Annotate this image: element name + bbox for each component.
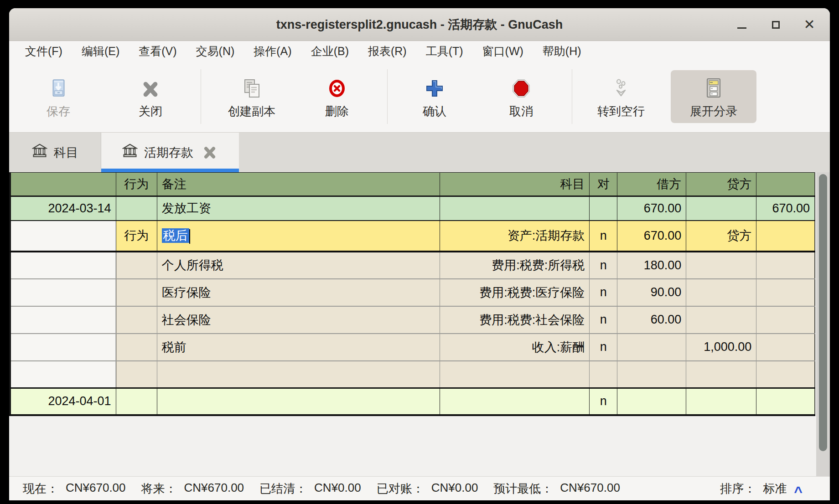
cell-account[interactable]: 资产:活期存款 <box>440 221 590 252</box>
menu-windows[interactable]: 窗口(W) <box>473 44 533 59</box>
cell-credit[interactable] <box>686 252 756 279</box>
cell-memo[interactable]: 个人所得税 <box>157 252 440 279</box>
duplicate-button[interactable]: 创建副本 <box>209 70 294 123</box>
cell-action[interactable] <box>116 196 157 221</box>
cell-account[interactable] <box>440 196 590 221</box>
cell-memo[interactable] <box>157 388 440 415</box>
cell-credit-placeholder[interactable]: 贷方 <box>686 221 756 252</box>
cell-debit[interactable]: 670.00 <box>617 221 686 252</box>
cell-account[interactable]: 收入:薪酬 <box>440 334 590 361</box>
save-button[interactable]: 保存 <box>23 70 94 123</box>
cell-date[interactable] <box>10 221 116 252</box>
cell-reconcile[interactable] <box>590 196 617 221</box>
minimize-button[interactable] <box>734 17 750 32</box>
cell-memo[interactable] <box>157 361 440 388</box>
cell-action[interactable] <box>116 306 157 334</box>
cell-account[interactable]: 费用:税费:医疗保险 <box>440 279 590 306</box>
cell-reconcile[interactable] <box>590 361 617 388</box>
menu-actions[interactable]: 操作(A) <box>244 44 301 59</box>
header-date <box>10 173 116 196</box>
menu-edit[interactable]: 编辑(E) <box>72 44 129 59</box>
cell-date[interactable] <box>10 279 116 306</box>
cell-credit[interactable] <box>686 361 756 388</box>
cell-reconcile[interactable]: n <box>590 279 617 306</box>
jump-down-icon <box>610 74 632 100</box>
tab-close-button[interactable] <box>202 144 218 161</box>
sort-caret-icon[interactable]: ^ <box>794 483 803 500</box>
register-split-icon <box>703 74 725 100</box>
cell-reconcile[interactable]: n <box>590 252 617 279</box>
menu-help[interactable]: 帮助(H) <box>533 44 591 59</box>
cell-debit[interactable] <box>617 388 686 415</box>
cell-balance <box>756 361 815 388</box>
cell-action[interactable] <box>116 279 157 306</box>
cell-memo-editing[interactable]: 税后 <box>157 221 440 252</box>
enter-button[interactable]: 确认 <box>396 70 473 123</box>
menu-tools[interactable]: 工具(T) <box>416 44 473 59</box>
menu-view[interactable]: 查看(V) <box>129 44 186 59</box>
cell-account[interactable] <box>440 361 590 388</box>
cell-debit[interactable]: 90.00 <box>617 279 686 306</box>
cell-debit[interactable] <box>617 361 686 388</box>
cell-date[interactable] <box>10 252 116 279</box>
cell-debit[interactable] <box>617 334 686 361</box>
cell-account[interactable]: 费用:税费:社会保险 <box>440 306 590 334</box>
status-label: 预计最低： <box>493 481 553 497</box>
cell-reconcile[interactable]: n <box>590 334 617 361</box>
scrollbar-thumb[interactable] <box>819 174 827 451</box>
register-area: 行为 备注 科目 对 借方 贷方 2024-03-14 发放工资 670.00 … <box>9 172 830 476</box>
cell-action-placeholder[interactable]: 行为 <box>116 221 157 252</box>
tab-register[interactable]: 活期存款 <box>101 133 239 172</box>
cell-action[interactable] <box>116 388 157 415</box>
cell-account[interactable]: 费用:税费:所得税 <box>440 252 590 279</box>
menu-reports[interactable]: 报表(R) <box>358 44 416 59</box>
cell-memo[interactable]: 发放工资 <box>157 196 440 221</box>
menu-file[interactable]: 文件(F) <box>16 44 72 59</box>
cell-balance <box>756 252 815 279</box>
cell-memo[interactable]: 医疗保险 <box>157 279 440 306</box>
cell-account[interactable] <box>440 388 590 415</box>
cell-reconcile[interactable]: n <box>590 388 617 415</box>
cell-memo[interactable]: 社会保险 <box>157 306 440 334</box>
cell-credit[interactable] <box>686 196 756 221</box>
vertical-scrollbar[interactable] <box>816 172 830 476</box>
cell-date[interactable]: 2024-04-01 <box>10 388 116 415</box>
toolbar-separator <box>572 69 572 124</box>
titlebar: txns-registersplit2.gnucash - 活期存款 - Gnu… <box>9 8 830 41</box>
cancel-button[interactable]: 取消 <box>479 70 564 123</box>
cell-reconcile[interactable]: n <box>590 306 617 334</box>
cell-memo[interactable]: 税前 <box>157 334 440 361</box>
cell-action[interactable] <box>116 334 157 361</box>
close-window-button[interactable]: ✕ <box>802 17 817 32</box>
header-balance <box>756 173 815 196</box>
menu-transaction[interactable]: 交易(N) <box>186 44 244 59</box>
close-icon <box>140 74 161 100</box>
goto-blank-button[interactable]: 转到空行 <box>579 70 663 123</box>
cell-reconcile[interactable]: n <box>590 221 617 252</box>
split-transaction-button[interactable]: 展开分录 <box>671 70 756 123</box>
cell-action[interactable] <box>116 361 157 388</box>
split-row-empty <box>10 361 815 388</box>
cell-date[interactable] <box>10 306 116 334</box>
cell-credit[interactable] <box>686 388 756 415</box>
status-value: CN¥670.00 <box>560 481 620 497</box>
menu-business[interactable]: 企业(B) <box>301 44 358 59</box>
sort-control[interactable]: 排序： 标准 ^ <box>720 480 803 497</box>
cell-credit[interactable] <box>686 306 756 334</box>
close-tab-button[interactable]: 关闭 <box>114 70 187 123</box>
cell-balance <box>756 388 815 415</box>
cell-date[interactable] <box>10 361 116 388</box>
cell-debit[interactable]: 670.00 <box>617 196 686 221</box>
cell-credit[interactable]: 1,000.00 <box>686 334 756 361</box>
cell-action[interactable] <box>116 252 157 279</box>
status-label: 将来： <box>141 481 177 497</box>
maximize-button[interactable] <box>768 17 783 32</box>
delete-button[interactable]: 删除 <box>297 70 377 123</box>
cancel-label: 取消 <box>509 103 533 119</box>
cell-date[interactable]: 2024-03-14 <box>10 196 116 221</box>
cell-debit[interactable]: 60.00 <box>617 306 686 334</box>
tab-accounts[interactable]: 科目 <box>9 133 101 172</box>
cell-credit[interactable] <box>686 279 756 306</box>
cell-date[interactable] <box>10 334 116 361</box>
cell-debit[interactable]: 180.00 <box>617 252 686 279</box>
